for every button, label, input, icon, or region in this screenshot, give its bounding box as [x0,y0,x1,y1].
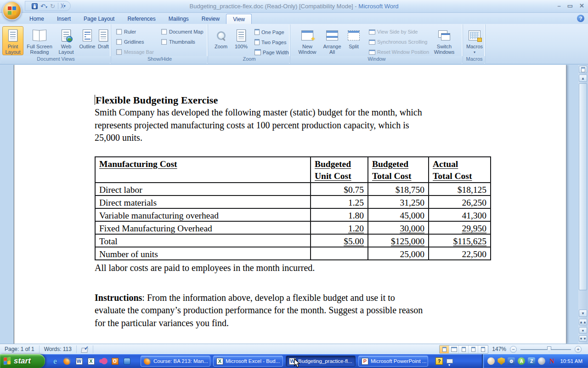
group-label-macros[interactable]: Macros [464,56,485,63]
select-browse-object-button[interactable]: ● [579,327,587,334]
office-logo-icon [8,6,16,15]
page-indicator[interactable]: Page: 1 of 1 [0,345,40,353]
macros-button[interactable]: Macros ▾ [464,26,485,56]
thumbnails-checkbox[interactable]: Thumbnails [161,39,195,45]
document-page[interactable]: Flexible Budgeting Exercise Smith Compan… [14,65,566,344]
tray-app-icon-1[interactable] [487,357,495,365]
status-print-layout-button[interactable] [440,345,449,353]
customize-qat-icon[interactable]: ╳▾ [61,4,66,8]
gridlines-checkbox[interactable]: Gridlines [116,39,144,45]
quick-launch: e W X O [45,356,135,366]
intro-line: 25,000 units. [95,132,566,144]
status-outline-button[interactable] [469,345,478,353]
ruler-toggle-button[interactable] [579,66,587,73]
document-map-checkbox[interactable]: Document Map [161,29,204,34]
page-width-button[interactable]: Page Width [254,49,289,55]
help-icon[interactable]: ? [577,15,584,22]
draft-button[interactable]: Draft [96,26,111,50]
window-title: Budgeting_practice-flex.doc (Read-Only) … [0,3,588,10]
labor-note: All labor costs are paid to employees in… [95,261,566,274]
clock[interactable]: 10:51 AM [560,358,582,364]
print-layout-icon [8,29,17,41]
tab-insert[interactable]: Insert [51,14,77,24]
arrange-all-button[interactable]: Arrange All [320,26,344,55]
redo-icon[interactable]: ↻ [50,3,55,9]
proofing-status[interactable] [77,345,93,353]
taskbar-button-powerpoint[interactable]: P Microsoft PowerPoint ... [358,356,428,367]
taskbar: start e W X O Course: BA 213: Man... X M… [0,354,588,368]
save-icon[interactable] [32,3,38,9]
tab-page-layout[interactable]: Page Layout [77,14,121,24]
next-page-button[interactable]: ▼▼ [579,335,587,342]
full-screen-reading-button[interactable]: Full Screen Reading [24,26,55,55]
print-layout-button[interactable]: Print Layout [2,26,23,55]
zoom-in-button[interactable]: + [575,346,582,353]
group-label-window[interactable]: Window [291,56,463,63]
minimize-button[interactable]: – [558,2,561,10]
zoom-slider-handle[interactable] [547,346,551,352]
novell-icon[interactable]: N [548,357,555,365]
two-pages-button[interactable]: Two Pages [254,39,286,45]
zoom-100-button[interactable]: 100% [232,26,251,50]
scrollbar-thumb[interactable] [579,83,587,290]
previous-page-button[interactable]: ▲▲ [579,319,587,325]
split-icon [348,30,360,40]
undo-icon[interactable]: ↶▾ [40,3,47,9]
ruler-checkbox-icon [116,29,122,34]
help-tray-icon[interactable]: ? [435,357,443,365]
scroll-up-button[interactable]: ▲ [579,75,587,82]
messenger-icon[interactable] [122,356,131,366]
macros-icon [469,30,481,40]
office-button[interactable] [2,1,22,20]
group-label-document-views[interactable]: Document Views [1,56,111,63]
ruler-checkbox[interactable]: Ruler [116,29,136,34]
restore-button[interactable]: ▭ [567,2,573,10]
tab-view[interactable]: View [226,14,252,24]
zoom-level[interactable]: 147% [492,346,506,352]
group-document-views: Print Layout Full Screen Reading Web Lay… [1,24,111,63]
zoom-button[interactable]: Zoom [211,26,231,50]
group-label-show-hide[interactable]: Show/Hide [112,56,208,63]
word-icon[interactable]: W [74,356,84,366]
antivirus-icon[interactable]: A [518,357,525,365]
taskbar-button-excel[interactable]: X Microsoft Excel - Bud... [213,356,283,367]
new-window-button[interactable]: ✦ New Window [295,26,319,55]
tab-review[interactable]: Review [195,14,226,24]
word-count[interactable]: Words: 113 [40,345,77,353]
status-web-layout-button[interactable] [459,345,469,353]
split-button[interactable]: Split [345,26,362,50]
zoom-100-icon [237,29,246,41]
excel-icon[interactable]: X [86,356,96,366]
zoom-out-button[interactable]: − [510,346,517,353]
tab-references[interactable]: References [121,14,162,24]
status-draft-button[interactable] [478,345,488,353]
key-icon[interactable] [98,356,107,366]
taskbar-button-word-active[interactable]: W Budgeting_practice-fl... [286,356,356,367]
web-layout-button[interactable]: Web Layout [56,26,77,55]
start-button[interactable]: start [0,354,45,368]
budget-table: Manufacturing Cost BudgetedUnit Cost Bud… [95,156,491,260]
tools-tray-icon[interactable]: ⚙ [508,357,515,365]
zoom-slider[interactable] [520,346,571,353]
ribbon: Print Layout Full Screen Reading Web Lay… [0,24,588,64]
tab-home[interactable]: Home [23,14,51,24]
zoom-icon [217,31,225,40]
one-page-button[interactable]: One Page [254,29,284,35]
group-label-zoom[interactable]: Zoom [209,56,290,63]
tab-mailings[interactable]: Mailings [162,14,195,24]
status-full-screen-button[interactable] [449,345,459,353]
shield-icon[interactable] [498,357,505,365]
firefox-icon[interactable] [62,356,72,366]
tray-app-icon-2[interactable] [538,357,545,365]
table-row: Number of units 25,000 22,500 [95,247,491,260]
z-app-icon[interactable]: Z [528,357,535,365]
outlook-icon[interactable]: O [110,356,119,366]
close-button[interactable]: ✕ [579,2,584,10]
scroll-down-button[interactable]: ▼ [579,310,587,317]
vertical-scrollbar[interactable]: ▲ ▼ ▲▲ ● ▼▼ [578,65,588,344]
taskbar-button-firefox[interactable]: Course: BA 213: Man... [141,356,210,367]
printer-tray-icon[interactable] [447,359,453,363]
outline-button[interactable]: Outline [78,26,97,50]
document-area: Flexible Budgeting Exercise Smith Compan… [0,65,588,344]
ie-icon[interactable]: e [51,356,60,366]
